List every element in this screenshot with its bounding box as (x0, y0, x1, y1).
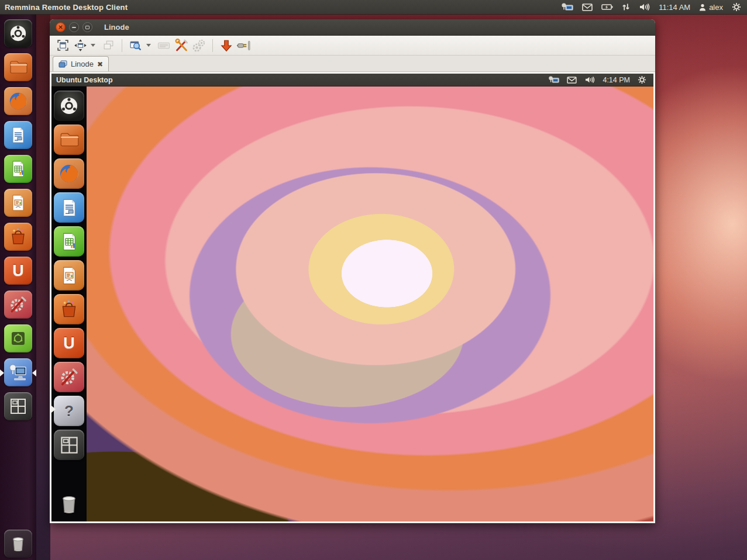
remote-launcher-item-firefox[interactable] (54, 158, 84, 189)
fit-window-dropdown-caret[interactable] (91, 44, 95, 47)
libreoffice-impress-icon (8, 193, 28, 213)
remote-launcher-item-software-center[interactable] (54, 294, 84, 324)
launcher-item-ubuntu-green[interactable] (4, 324, 32, 352)
ubuntu-software-center-icon (8, 226, 29, 247)
ubuntu-dash-icon (9, 25, 27, 42)
remote-launcher-item-workspace-switcher[interactable] (54, 430, 84, 460)
session-gear-icon[interactable] (638, 75, 646, 84)
running-indicator-arrow (0, 369, 4, 376)
launcher-item-workspace-switcher[interactable] (4, 392, 32, 420)
zoom-window-dropdown-caret[interactable] (146, 44, 151, 47)
session-gear-icon[interactable] (732, 2, 741, 12)
ubuntu-green-icon (8, 329, 28, 348)
fit-window-button[interactable] (72, 37, 88, 54)
firefox-icon (57, 162, 81, 185)
gears-icon (192, 38, 206, 53)
launcher-item-remmina[interactable] (4, 358, 32, 386)
disconnect-button[interactable] (236, 37, 253, 54)
remote-launcher-item-libreoffice-impress[interactable] (54, 260, 84, 291)
launcher-item-libreoffice-writer[interactable] (4, 121, 32, 149)
connection-tools-button[interactable] (173, 37, 190, 54)
remote-desktop-canvas[interactable]: Ubuntu Desktop 4:14 PM (51, 74, 653, 521)
window-minimize-button[interactable] (69, 22, 79, 32)
remmina-toolbar (50, 36, 655, 56)
remote-launcher-item-unknown-window[interactable]: ? (54, 396, 84, 426)
workspace-switcher-icon (8, 396, 28, 416)
ubuntu-one-icon: U (63, 334, 75, 352)
network-traffic-indicator-icon[interactable] (622, 3, 630, 11)
system-settings-icon (58, 366, 80, 388)
remote-launcher-item-system-settings[interactable] (54, 362, 84, 392)
remote-launcher-item-libreoffice-calc[interactable] (54, 226, 84, 257)
toolbar-separator (122, 39, 122, 52)
window-title: Linode (104, 23, 129, 32)
libreoffice-writer-icon (58, 197, 80, 219)
remote-session-frame: Ubuntu Desktop 4:14 PM (50, 72, 655, 523)
remmina-icon (8, 362, 29, 383)
libreoffice-calc-icon (58, 231, 80, 253)
remote-desktop-indicator-icon[interactable] (548, 75, 559, 84)
volume-indicator-icon[interactable] (584, 76, 595, 84)
tab-bar: Linode ✖ (50, 56, 655, 72)
remote-desktop-indicator-icon[interactable] (561, 2, 573, 12)
window-maximize-button[interactable] (82, 22, 92, 32)
toolbar-separator (212, 39, 213, 52)
remote-desktop-wallpaper[interactable] (87, 87, 653, 521)
launcher-item-software-center[interactable] (4, 223, 32, 251)
firefox-icon (7, 90, 29, 112)
launcher-item-firefox[interactable] (4, 87, 32, 115)
libreoffice-impress-icon (58, 265, 80, 286)
grab-keyboard-button (156, 37, 172, 54)
files-folder-icon (58, 129, 80, 151)
mail-indicator-icon[interactable] (582, 4, 593, 11)
user-name: alex (709, 3, 723, 12)
launcher-item-libreoffice-impress[interactable] (4, 189, 32, 217)
launcher-item-ubuntu-dash[interactable] (4, 19, 32, 47)
tools-icon (174, 38, 189, 53)
active-app-title: Remmina Remote Desktop Client (0, 3, 128, 12)
orange-down-arrow-icon (219, 39, 233, 53)
user-icon (699, 4, 706, 11)
zoom-window-button[interactable] (128, 37, 144, 54)
ubuntu-one-icon: U (12, 262, 24, 280)
zoom-window-icon (129, 39, 143, 52)
remote-launcher-item-files[interactable] (54, 125, 84, 155)
window-titlebar[interactable]: ✕ Linode (50, 19, 655, 36)
remote-launcher-item-trash[interactable] (54, 489, 84, 519)
remote-launcher-item-ubuntu-dash[interactable] (54, 91, 84, 121)
fullscreen-icon (56, 39, 70, 52)
duplicate-connection-icon (102, 39, 115, 52)
mail-indicator-icon[interactable] (567, 77, 577, 84)
keyboard-icon (157, 39, 171, 52)
tab-linode[interactable]: Linode ✖ (53, 56, 109, 71)
minimize-to-tray-button[interactable] (218, 37, 235, 54)
duplicate-connection-button (100, 37, 116, 54)
unknown-window-icon: ? (64, 402, 74, 420)
host-top-panel: Remmina Remote Desktop Client 11:14 AM a… (0, 0, 747, 15)
remmina-window: ✕ Linode (50, 19, 655, 523)
launcher-item-trash[interactable] (4, 530, 32, 558)
launcher-item-libreoffice-calc[interactable] (4, 155, 32, 183)
host-unity-launcher: U (0, 15, 36, 560)
launcher-item-files[interactable] (4, 53, 32, 81)
remote-launcher-item-libreoffice-writer[interactable] (54, 192, 84, 223)
host-clock[interactable]: 11:14 AM (659, 3, 690, 12)
user-menu[interactable]: alex (699, 3, 723, 12)
battery-indicator-icon[interactable] (601, 4, 613, 11)
remote-launcher-item-ubuntu-one[interactable]: U (54, 328, 84, 358)
volume-indicator-icon[interactable] (639, 3, 650, 11)
remote-clock[interactable]: 4:14 PM (603, 76, 630, 84)
remote-top-panel[interactable]: Ubuntu Desktop 4:14 PM (51, 74, 653, 87)
launcher-item-system-settings[interactable] (4, 291, 32, 319)
tab-close-icon[interactable]: ✖ (97, 61, 103, 68)
minimize-icon (72, 27, 76, 28)
ubuntu-software-center-icon (58, 298, 80, 320)
fit-window-icon (74, 39, 87, 52)
trash-icon (8, 533, 29, 554)
fullscreen-button[interactable] (54, 37, 71, 54)
trash-icon (56, 491, 82, 517)
launcher-item-ubuntu-one[interactable]: U (4, 257, 32, 285)
tab-label: Linode (71, 60, 94, 68)
files-folder-icon (8, 57, 29, 78)
window-close-button[interactable]: ✕ (56, 22, 66, 32)
